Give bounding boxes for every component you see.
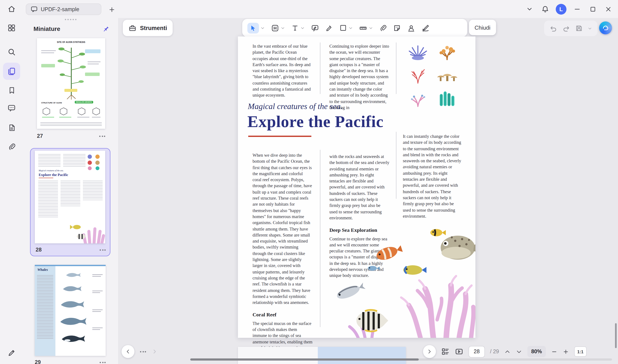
chevron-down-icon — [348, 26, 353, 30]
comment-tool[interactable] — [311, 24, 319, 32]
page28-more-button[interactable] — [100, 249, 106, 250]
silver-fish — [335, 281, 366, 301]
square-icon — [339, 24, 347, 32]
pin-icon[interactable] — [102, 25, 109, 33]
thumb28-reef-image — [64, 210, 105, 243]
sticker-icon — [393, 24, 401, 32]
previous-page-button[interactable] — [121, 345, 134, 358]
horizontal-scrollbar-thumb[interactable] — [190, 358, 419, 361]
window-minimize-button[interactable] — [571, 2, 584, 15]
bookmark-icon — [8, 86, 16, 94]
thumbnail-page-27[interactable]: SITE OF AUXIN SYNTHESIS STRUCTURE OF AUX… — [37, 38, 105, 129]
panel-drag-handle[interactable] — [23, 19, 118, 20]
pen-icon — [7, 349, 16, 357]
vertical-scrollbar-thumb[interactable] — [615, 323, 617, 348]
zoom-in-icon[interactable] — [563, 348, 569, 355]
close-toolbar-label: Chiudi — [474, 24, 490, 31]
draw-markup-button[interactable] — [3, 344, 20, 362]
toolbox-icon — [128, 24, 137, 32]
ai-assistant-button[interactable] — [599, 22, 612, 34]
edit-content-tool[interactable] — [271, 24, 285, 32]
next-page-preview[interactable] — [238, 347, 406, 364]
page-nav-left — [121, 345, 158, 358]
page-thumbnails-icon — [7, 67, 16, 76]
home-button[interactable] — [4, 2, 19, 15]
thumb28-text-lines — [83, 181, 103, 200]
intro-column-2: Continuing to explore deeper into the oc… — [329, 43, 390, 111]
editing-toolbar — [242, 19, 467, 37]
bookmarks-button[interactable] — [3, 81, 20, 99]
page27-more-button[interactable] — [99, 135, 105, 137]
auxin-diagram-image — [37, 44, 105, 100]
red-branch-coral-image — [405, 65, 430, 85]
tools-button[interactable]: Strumenti — [123, 20, 173, 36]
thumb29-title: Whales — [37, 268, 48, 272]
pink-blue-coral-image — [405, 88, 430, 108]
document-info-button[interactable] — [3, 119, 20, 136]
thumbnail-page-28-selected[interactable]: Magical creatures of the sea. Explore th… — [30, 148, 110, 256]
window-close-button[interactable] — [602, 2, 615, 15]
chevron-right-icon[interactable] — [152, 349, 158, 355]
chevron-down-icon — [260, 26, 265, 30]
attachments-button[interactable] — [3, 138, 20, 155]
page29-more-button[interactable] — [100, 362, 106, 363]
reef-collage-image — [324, 221, 475, 338]
comments-list-button[interactable] — [3, 100, 20, 117]
collapse-toolbar-button[interactable] — [523, 2, 536, 15]
document-tab[interactable]: UPDF-2-sample — [26, 3, 101, 15]
panel-title: Miniature — [34, 25, 60, 32]
measure-tool[interactable] — [359, 24, 373, 32]
thumb28-text-lines — [38, 154, 61, 167]
window-maximize-button[interactable] — [586, 2, 599, 15]
highlighter-tool[interactable] — [325, 24, 333, 32]
notifications-button[interactable] — [539, 2, 552, 15]
zoom-out-icon[interactable] — [551, 348, 557, 355]
zoom-level-button[interactable]: 80% — [527, 346, 546, 357]
thumbnail-page-28[interactable]: Magical creatures of the sea. Explore th… — [35, 151, 105, 243]
thumb29-text-lines — [37, 275, 53, 339]
text-tool[interactable] — [291, 24, 305, 32]
select-tool[interactable] — [247, 23, 265, 33]
page-nav-more-button[interactable] — [140, 351, 146, 352]
new-tab-button[interactable] — [106, 4, 117, 15]
ai-swirl-icon — [602, 24, 609, 32]
plus-icon — [108, 6, 115, 13]
close-icon — [605, 5, 612, 13]
edit-box-icon — [271, 24, 279, 32]
thumb28-text-lines — [61, 181, 80, 207]
thumbnail-page-29[interactable]: Whales — [35, 265, 106, 356]
close-toolbar-button[interactable]: Chiudi — [469, 20, 496, 35]
chevron-down-icon — [280, 26, 285, 30]
whales-illustration-image — [56, 268, 104, 354]
signature-tool[interactable] — [421, 24, 430, 32]
tools-button-label: Strumenti — [140, 25, 167, 31]
search-icon — [7, 48, 16, 56]
thumb27-caption-lines — [40, 122, 102, 127]
apps-grid-button[interactable] — [3, 19, 20, 37]
shape-tool[interactable] — [339, 24, 353, 32]
next-page-chevron-down-icon[interactable] — [516, 348, 522, 355]
attach-file-tool[interactable] — [379, 24, 387, 32]
document-icon — [8, 123, 16, 131]
bell-icon — [541, 5, 549, 13]
stamp-tool[interactable] — [407, 24, 415, 32]
sticker-tool[interactable] — [393, 24, 401, 32]
paperclip-icon — [8, 142, 16, 150]
comment-pencil-icon — [311, 24, 319, 32]
text-icon — [291, 24, 299, 32]
left-icon-rail — [0, 18, 23, 364]
undo-icon[interactable] — [549, 24, 557, 32]
page-number-input[interactable] — [469, 346, 485, 357]
thumbnails-panel-button[interactable] — [3, 63, 20, 80]
save-icon[interactable] — [575, 25, 583, 32]
molecule-diagram-image — [37, 105, 105, 121]
search-button[interactable] — [3, 43, 20, 61]
redo-icon[interactable] — [562, 24, 570, 32]
previous-page-chevron-up-icon[interactable] — [504, 348, 511, 355]
thumbnail-list-view-icon[interactable] — [441, 347, 450, 356]
user-avatar[interactable]: L — [556, 4, 566, 14]
reading-mode-icon[interactable] — [455, 347, 463, 356]
actual-size-button[interactable]: 1:1 — [574, 346, 587, 357]
chevron-down-icon[interactable] — [588, 26, 592, 31]
next-page-button[interactable] — [423, 345, 436, 358]
